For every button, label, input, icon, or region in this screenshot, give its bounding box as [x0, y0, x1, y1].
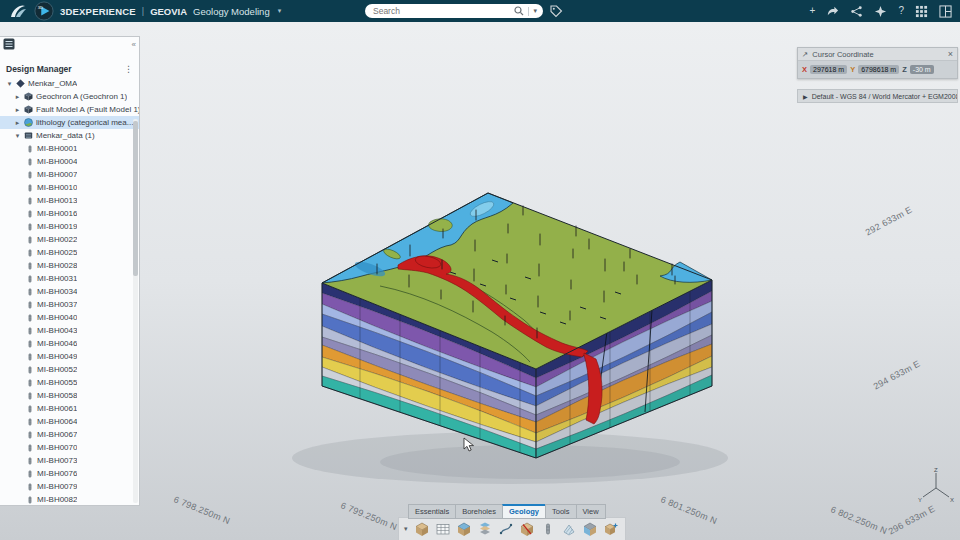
tool-spline-icon[interactable]: [497, 520, 515, 538]
panel-scrollbar[interactable]: [133, 119, 138, 503]
green-island: [429, 219, 453, 232]
borehole-list-item[interactable]: MI-BH0058: [0, 389, 139, 402]
tree-node-geochron[interactable]: ▸ Geochron A (Geochron 1): [0, 90, 139, 103]
search-icon[interactable]: [514, 6, 524, 16]
tree-node-menkar-data[interactable]: ▾ Menkar_data (1): [0, 129, 139, 142]
apps-grid-icon[interactable]: [915, 5, 928, 18]
tree-view-icon[interactable]: [3, 38, 15, 50]
borehole-label: MI-BH0073: [37, 456, 77, 465]
search-options-chevron-icon[interactable]: ▾: [533, 7, 537, 15]
help-icon[interactable]: ?: [898, 6, 904, 16]
tool-grid-plane-icon[interactable]: [560, 520, 578, 538]
borehole-label: MI-BH0007: [37, 170, 77, 179]
borehole-label: MI-BH0046: [37, 339, 77, 348]
borehole-icon: [26, 262, 34, 270]
borehole-icon: [26, 197, 34, 205]
tool-split-block-icon[interactable]: [581, 520, 599, 538]
borehole-list-item[interactable]: MI-BH0031: [0, 272, 139, 285]
borehole-list-item[interactable]: MI-BH0061: [0, 402, 139, 415]
geological-block-model[interactable]: [322, 193, 712, 458]
3dexperience-compass-icon[interactable]: 3D: [34, 1, 54, 21]
borehole-list-item[interactable]: MI-BH0043: [0, 324, 139, 337]
borehole-list-item[interactable]: MI-BH0073: [0, 454, 139, 467]
toolbar-expand-chevron-icon[interactable]: ▾: [404, 525, 408, 533]
borehole-list-item[interactable]: MI-BH0025: [0, 246, 139, 259]
expander-open-icon[interactable]: ▾: [6, 80, 13, 88]
tab-view[interactable]: View: [576, 504, 606, 519]
borehole-list-item[interactable]: MI-BH0052: [0, 363, 139, 376]
tab-tools[interactable]: Tools: [545, 504, 576, 519]
tree-node-fault-model[interactable]: ▸ Fault Model A (Fault Model 1): [0, 103, 139, 116]
tool-drillhole-icon[interactable]: [539, 520, 557, 538]
borehole-list-item[interactable]: MI-BH0040: [0, 311, 139, 324]
share-icon[interactable]: [826, 5, 839, 18]
tool-layers-icon[interactable]: [476, 520, 494, 538]
borehole-list-item[interactable]: MI-BH0004: [0, 155, 139, 168]
borehole-list-item[interactable]: MI-BH0076: [0, 467, 139, 480]
borehole-list-item[interactable]: MI-BH0064: [0, 415, 139, 428]
ribbon-tab-bar: Essentials Boreholes Geology Tools View: [408, 504, 606, 519]
borehole-label: MI-BH0016: [37, 209, 77, 218]
tool-slice-icon[interactable]: [455, 520, 473, 538]
tab-boreholes[interactable]: Boreholes: [455, 504, 502, 519]
tab-geology[interactable]: Geology: [502, 504, 545, 519]
borehole-list-item[interactable]: MI-BH0037: [0, 298, 139, 311]
panel-scrollbar-thumb[interactable]: [133, 121, 138, 276]
panel-menu-icon[interactable]: ⋮: [124, 64, 133, 74]
tool-fault-icon[interactable]: [518, 520, 536, 538]
borehole-list-item[interactable]: MI-BH0055: [0, 376, 139, 389]
add-content-icon[interactable]: +: [810, 6, 816, 16]
panel-title: Design Manager: [6, 64, 72, 74]
model-diamond-icon: [16, 79, 25, 88]
borehole-list-item[interactable]: MI-BH0001: [0, 142, 139, 155]
borehole-list-item[interactable]: MI-BH0082: [0, 493, 139, 505]
borehole-list-item[interactable]: MI-BH0070: [0, 441, 139, 454]
expander-open-icon[interactable]: ▾: [14, 132, 21, 140]
svg-text:3D: 3D: [38, 5, 43, 10]
layout-tiles-icon[interactable]: [939, 5, 952, 18]
tool-add-block-icon[interactable]: [602, 520, 620, 538]
borehole-list-item[interactable]: MI-BH0016: [0, 207, 139, 220]
tool-create-unit-icon[interactable]: [413, 520, 431, 538]
tag-icon[interactable]: [549, 4, 563, 18]
tree-root-menkar-oma[interactable]: ▾ Menkar_OMA: [0, 77, 139, 90]
search-box[interactable]: ▾: [365, 4, 543, 18]
z-axis-label: Z: [902, 65, 907, 74]
expander-closed-icon[interactable]: ▸: [14, 119, 21, 127]
axis-triad[interactable]: Z X Y: [916, 466, 956, 506]
app-name[interactable]: Geology Modeling: [193, 6, 270, 17]
mouse-cursor: [463, 437, 475, 453]
borehole-list-item[interactable]: MI-BH0079: [0, 480, 139, 493]
borehole-list-item[interactable]: MI-BH0034: [0, 285, 139, 298]
borehole-list-item[interactable]: MI-BH0049: [0, 350, 139, 363]
search-input[interactable]: [371, 5, 510, 17]
collapse-panel-icon[interactable]: «: [132, 40, 136, 49]
borehole-list-item[interactable]: MI-BH0013: [0, 194, 139, 207]
crs-bar[interactable]: ▶ Default - WGS 84 / World Mercator + EG…: [797, 89, 958, 103]
tab-essentials[interactable]: Essentials: [408, 504, 455, 519]
main-viewport[interactable]: 292 633m E 294 633m E 296 633m E 6 798.2…: [0, 22, 960, 540]
borehole-list-item[interactable]: MI-BH0010: [0, 181, 139, 194]
borehole-list-item[interactable]: MI-BH0046: [0, 337, 139, 350]
crs-expander-icon[interactable]: ▶: [803, 93, 808, 100]
borehole-list-item[interactable]: MI-BH0019: [0, 220, 139, 233]
close-icon[interactable]: ×: [948, 50, 953, 59]
borehole-label: MI-BH0079: [37, 482, 77, 491]
social-share-icon[interactable]: [850, 5, 863, 18]
expander-closed-icon[interactable]: ▸: [14, 93, 21, 101]
favorites-star-icon[interactable]: [874, 5, 887, 18]
borehole-list-item[interactable]: MI-BH0022: [0, 233, 139, 246]
brand-title: 3DEXPERIENCE: [60, 6, 136, 17]
tree-node-lithology-selected[interactable]: ▸ lithology (categorical mea...: [0, 116, 139, 129]
expander-closed-icon[interactable]: ▸: [14, 106, 21, 114]
tool-table-icon[interactable]: [434, 520, 452, 538]
borehole-list-item[interactable]: MI-BH0028: [0, 259, 139, 272]
tree-node-label: lithology (categorical mea...: [36, 118, 133, 127]
dassault-systemes-logo-icon: [8, 3, 28, 19]
borehole-list-item[interactable]: MI-BH0067: [0, 428, 139, 441]
app-switcher-chevron-icon[interactable]: ▾: [278, 7, 282, 15]
dock-arrow-icon[interactable]: ↗: [802, 50, 808, 59]
borehole-list-item[interactable]: MI-BH0007: [0, 168, 139, 181]
geochron-cube-icon: [24, 92, 33, 101]
tree-node-label: Menkar_OMA: [28, 79, 77, 88]
